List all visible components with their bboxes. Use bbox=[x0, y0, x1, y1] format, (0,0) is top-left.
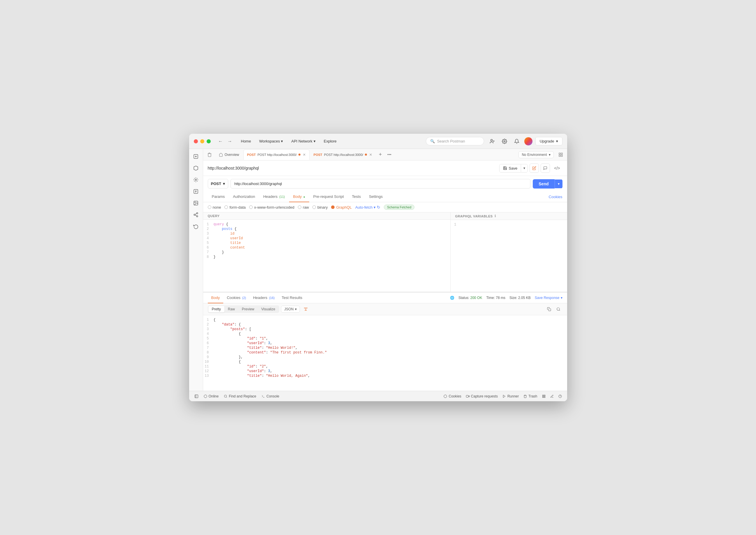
tab-post-2[interactable]: POST POST http://localhost:3000/ ✕ bbox=[310, 150, 376, 160]
bottom-settings[interactable] bbox=[548, 393, 555, 399]
tab-body[interactable]: Body ● bbox=[289, 191, 309, 202]
code-icon-button[interactable]: </> bbox=[552, 165, 562, 172]
copy-response-button[interactable] bbox=[545, 305, 553, 313]
upgrade-button[interactable]: Upgrade ▾ bbox=[535, 137, 563, 145]
resp-tab-headers[interactable]: Headers (16) bbox=[249, 293, 278, 303]
save-response-button[interactable]: Save Response ▾ bbox=[535, 296, 563, 300]
svg-rect-38 bbox=[542, 397, 544, 398]
method-selector[interactable]: POST ▾ bbox=[208, 179, 228, 188]
query-code-area[interactable]: 1 query { 2 posts { 3 id bbox=[203, 220, 450, 292]
tab-close-1[interactable]: ✕ bbox=[303, 153, 306, 157]
body-option-urlencoded[interactable]: x-www-form-urlencoded bbox=[249, 205, 294, 210]
sidebar-item-flows[interactable] bbox=[191, 210, 201, 220]
sidebar-item-apis[interactable] bbox=[191, 175, 201, 185]
response-area: Body Cookies (2) Headers (16) Test Resul… bbox=[203, 292, 567, 391]
chevron-down-icon: ▾ bbox=[374, 205, 376, 210]
tab-params[interactable]: Params bbox=[208, 191, 229, 202]
forward-button[interactable]: → bbox=[226, 137, 234, 145]
environment-grid-button[interactable] bbox=[557, 151, 565, 159]
request-tabs: Params Authorization Headers (11) Body ● bbox=[203, 191, 567, 202]
body-option-none[interactable]: none bbox=[208, 205, 221, 210]
bottom-find-replace[interactable]: Find and Replace bbox=[222, 393, 258, 400]
sidebar-item-mock-servers[interactable] bbox=[191, 198, 201, 208]
cookies-link[interactable]: Cookies bbox=[549, 195, 563, 199]
body-option-raw[interactable]: raw bbox=[298, 205, 309, 210]
variables-code-area[interactable]: 1 bbox=[451, 220, 567, 292]
resp-raw-tab[interactable]: Raw bbox=[224, 306, 238, 312]
url-input[interactable] bbox=[231, 179, 530, 188]
minimize-button[interactable] bbox=[200, 139, 204, 143]
tab-method-badge: POST bbox=[247, 153, 256, 156]
close-button[interactable] bbox=[194, 139, 198, 143]
nav-api-network-label: API Network bbox=[291, 139, 312, 143]
maximize-button[interactable] bbox=[207, 139, 211, 143]
resp-tab-test-results[interactable]: Test Results bbox=[278, 293, 306, 303]
variables-info-icon[interactable]: ℹ bbox=[494, 214, 496, 218]
body-options: none form-data x-www-form-urlencoded raw bbox=[203, 202, 567, 212]
body-option-form-data[interactable]: form-data bbox=[224, 205, 246, 210]
new-tab-button[interactable]: + bbox=[376, 151, 384, 159]
nav-workspaces[interactable]: Workspaces ▾ bbox=[256, 137, 287, 145]
save-dropdown-button[interactable]: ▾ bbox=[521, 164, 527, 172]
bottom-runner[interactable]: Runner bbox=[501, 393, 520, 400]
bottom-cookies[interactable]: Cookies bbox=[442, 393, 463, 400]
sidebar-item-history[interactable] bbox=[191, 221, 201, 232]
settings-button[interactable] bbox=[500, 137, 509, 146]
notification-button[interactable] bbox=[512, 137, 521, 146]
bottom-sidebar-toggle[interactable] bbox=[193, 393, 200, 400]
comment-icon-button[interactable] bbox=[541, 163, 550, 173]
sidebar-item-new-tab[interactable] bbox=[191, 151, 201, 162]
tab-post-1[interactable]: POST POST http://localhost:3000/ ✕ bbox=[243, 150, 310, 160]
tab-overview[interactable]: Overview bbox=[215, 150, 243, 160]
tab-tests[interactable]: Tests bbox=[348, 191, 365, 202]
search-response-button[interactable] bbox=[554, 305, 563, 313]
resp-visualize-tab[interactable]: Visualize bbox=[258, 306, 279, 312]
profile-button[interactable] bbox=[524, 137, 532, 145]
filter-icon-button[interactable] bbox=[302, 305, 310, 313]
send-main-button[interactable]: Send bbox=[533, 179, 554, 188]
nav-explore[interactable]: Explore bbox=[320, 137, 340, 145]
bottom-capture-requests[interactable]: Capture requests bbox=[464, 393, 499, 400]
nav-items: Home Workspaces ▾ API Network ▾ Explore bbox=[238, 137, 422, 145]
sidebar-item-collections[interactable] bbox=[191, 163, 201, 173]
tab-modified-dot bbox=[298, 154, 300, 155]
bottom-grid[interactable] bbox=[540, 393, 547, 399]
resp-preview-tab[interactable]: Preview bbox=[238, 306, 258, 312]
edit-icon-button[interactable] bbox=[530, 163, 539, 173]
more-tabs-button[interactable]: ••• bbox=[385, 151, 394, 158]
globe-icon: 🌐 bbox=[450, 296, 454, 300]
tab-trash-icon[interactable] bbox=[206, 151, 214, 159]
tab-settings[interactable]: Settings bbox=[365, 191, 387, 202]
response-code-area[interactable]: 1 { 2 "data": { 3 "posts": [ bbox=[203, 315, 567, 391]
tab-overview-label: Overview bbox=[225, 153, 239, 157]
svg-point-0 bbox=[490, 139, 492, 141]
svg-line-30 bbox=[226, 397, 227, 398]
bottom-console[interactable]: Console bbox=[260, 393, 281, 400]
tab-close-2[interactable]: ✕ bbox=[369, 153, 372, 157]
body-option-graphql[interactable]: GraphQL bbox=[331, 205, 351, 210]
add-user-button[interactable] bbox=[488, 137, 497, 146]
search-bar[interactable]: 🔍 Search Postman bbox=[426, 137, 484, 145]
back-button[interactable]: ← bbox=[216, 137, 225, 145]
svg-rect-35 bbox=[542, 395, 544, 396]
app-window: ← → Home Workspaces ▾ API Network ▾ Expl… bbox=[189, 134, 567, 401]
body-option-binary[interactable]: binary bbox=[312, 205, 327, 210]
autofetch-button[interactable]: Auto-fetch ▾ ↻ bbox=[355, 205, 380, 210]
bottom-trash[interactable]: Trash bbox=[522, 393, 539, 400]
bottom-help[interactable] bbox=[557, 393, 564, 399]
resp-tab-body[interactable]: Body bbox=[208, 293, 224, 303]
tab-pre-request[interactable]: Pre-request Script bbox=[309, 191, 348, 202]
send-dropdown-button[interactable]: ▾ bbox=[555, 180, 563, 188]
resp-pretty-tab[interactable]: Pretty bbox=[209, 306, 224, 312]
nav-api-network[interactable]: API Network ▾ bbox=[288, 137, 319, 145]
nav-home[interactable]: Home bbox=[238, 137, 255, 145]
tab-authorization[interactable]: Authorization bbox=[229, 191, 259, 202]
environment-selector[interactable]: No Environment ▾ bbox=[518, 151, 553, 158]
svg-point-13 bbox=[196, 216, 198, 217]
sidebar-item-environments[interactable] bbox=[191, 186, 201, 197]
resp-tab-cookies[interactable]: Cookies (2) bbox=[223, 293, 249, 303]
json-format-selector[interactable]: JSON ▾ bbox=[281, 306, 300, 313]
bottom-online[interactable]: Online bbox=[202, 393, 221, 400]
tab-headers[interactable]: Headers (11) bbox=[259, 191, 289, 202]
save-main-button[interactable]: Save bbox=[499, 164, 521, 172]
